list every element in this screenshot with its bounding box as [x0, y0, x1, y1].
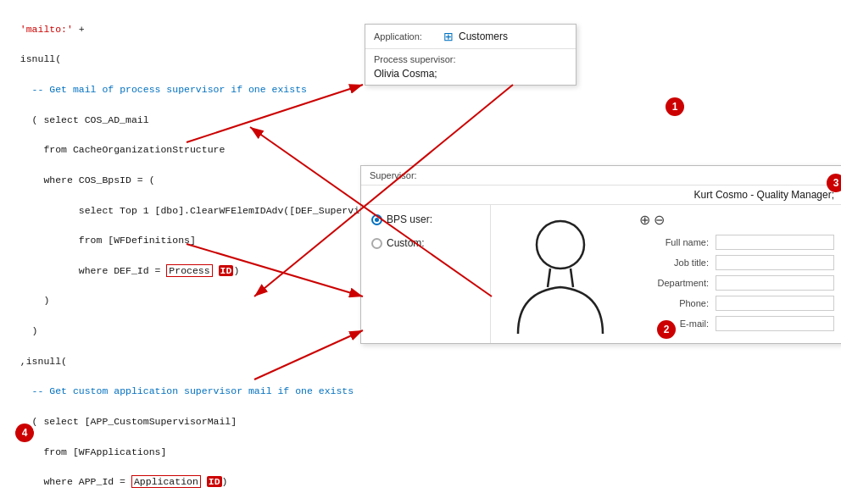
field-action-buttons: ⊕ ⊖ [639, 212, 834, 228]
code-line-4: ( select COS_AD_mail [8, 113, 833, 128]
process-supervisor-section: Process supervisor: Olivia Cosma; [365, 49, 576, 85]
panel2-top-bar: Supervisor: [361, 166, 841, 186]
add-icon[interactable]: ⊕ [639, 212, 650, 228]
svg-line-1 [548, 269, 550, 287]
phone-field-row: Phone: [639, 296, 834, 311]
jobtitle-label: Job title: [639, 258, 716, 268]
jobtitle-input[interactable] [716, 255, 834, 270]
department-input[interactable] [716, 275, 834, 291]
department-field-row: Department: [639, 275, 834, 291]
bps-user-radio[interactable] [371, 214, 382, 225]
svg-line-2 [571, 269, 573, 287]
email-label: E-mail: [639, 318, 716, 329]
department-label: Department: [639, 278, 716, 288]
app-icon: ⊞ [442, 30, 455, 43]
bps-user-radio-row[interactable]: BPS user: [371, 213, 480, 225]
panel2-body: BPS user: Custom: ⊕ ⊖ [361, 205, 841, 343]
svg-point-0 [537, 221, 584, 269]
app-name: Customers [459, 30, 508, 42]
person-name: Kurt Cosmo - Quality Manager; [694, 189, 834, 201]
badge-3: 3 [827, 174, 841, 192]
custom-radio-row[interactable]: Custom: [371, 237, 480, 249]
code-line-5: from CacheOrganizationStructure [8, 142, 833, 158]
application-label: Application: [374, 31, 442, 42]
fullname-input[interactable] [716, 235, 834, 250]
custom-label: Custom: [387, 237, 425, 249]
panel2-radio-section: BPS user: Custom: [361, 205, 491, 343]
badge-2: 2 [657, 320, 676, 339]
supervisor-section-label: Supervisor: [370, 170, 417, 180]
phone-input[interactable] [716, 296, 834, 311]
fullname-label: Full name: [639, 237, 716, 247]
panel2-name-bar: Kurt Cosmo - Quality Manager; [361, 186, 841, 205]
bps-user-label: BPS user: [387, 213, 432, 225]
code-line-13: -- Get custom application supervisor mai… [8, 384, 833, 399]
process-supervisor-label: Process supervisor: [374, 54, 567, 64]
fullname-field-row: Full name: [639, 235, 834, 250]
application-value: ⊞ Customers [442, 30, 508, 43]
panel-application: Application: ⊞ Customers Process supervi… [365, 24, 576, 86]
jobtitle-field-row: Job title: [639, 255, 834, 270]
avatar-section [491, 205, 631, 343]
panel-supervisor: Supervisor: Kurt Cosmo - Quality Manager… [360, 165, 841, 344]
custom-radio[interactable] [371, 238, 382, 249]
code-line-14: ( select [APP_CustomSupervisorMail] [8, 414, 833, 429]
badge-4: 4 [15, 424, 34, 442]
supervisor-name: Olivia Cosma; [374, 68, 567, 80]
badge-1: 1 [666, 97, 684, 116]
person-silhouette [510, 215, 611, 334]
remove-icon[interactable]: ⊖ [654, 212, 665, 228]
code-line-15: from [WFApplications] [8, 445, 833, 460]
panel1-application-row: Application: ⊞ Customers [365, 25, 576, 49]
code-line-16: where APP_Id = Application ID) [8, 474, 833, 490]
code-line-12: ,isnull( [8, 354, 833, 369]
email-input[interactable] [716, 316, 834, 331]
phone-label: Phone: [639, 298, 716, 308]
